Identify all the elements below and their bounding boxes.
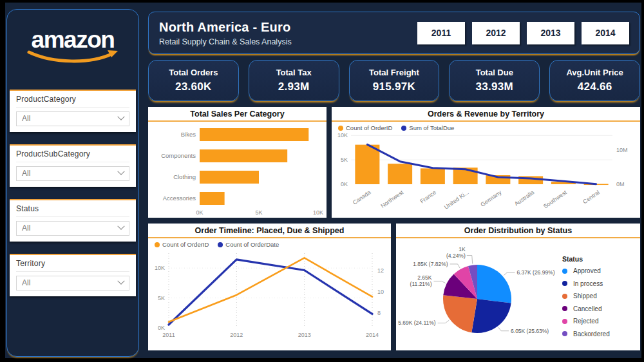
year-button-2013[interactable]: 2013 [527, 22, 574, 44]
filter-label: ProductCategory [16, 95, 129, 108]
svg-text:Components: Components [161, 152, 196, 159]
kpi-value: 2.93M [278, 81, 310, 93]
svg-text:0M: 0M [616, 181, 625, 187]
filter-product-category-dropdown[interactable]: All [16, 111, 129, 126]
sales-per-category-bar-chart[interactable]: BikesComponentsClothingAccessories0K5K10… [148, 122, 327, 217]
svg-text:0K: 0K [341, 181, 348, 187]
filter-label: Territory [16, 259, 129, 272]
svg-text:Clothing: Clothing [173, 173, 196, 180]
panel-order-distribution-by-status: Order Distribution by Status 6.37K (26.9… [396, 224, 640, 350]
filter-value: All [22, 278, 30, 287]
kpi-avg-unit-price: Avg.Unit Price 424.66 [549, 60, 640, 101]
filter-product-category: ProductCategory All [10, 90, 136, 132]
filter-value: All [22, 169, 30, 178]
chevron-down-icon [117, 278, 124, 285]
territory-legend: Count of OrderID Sum of TotalDue [332, 122, 640, 131]
amazon-logo-text: amazon [24, 28, 122, 52]
legend-label: Shipped [573, 292, 597, 300]
charts-row-2: Order Timeline: Placed, Due & Shipped Co… [148, 224, 640, 350]
filter-product-subcategory-dropdown[interactable]: All [16, 166, 129, 181]
legend-item-in-process: In process [562, 280, 634, 287]
legend-dot [562, 269, 567, 274]
legend-item-approved: Approved [562, 267, 634, 274]
chart-title: Orders & Revenue by Territory [332, 107, 640, 122]
legend-label: Backordered [573, 330, 610, 338]
legend-item: Count of OrderID [338, 124, 392, 131]
svg-text:12: 12 [377, 267, 384, 274]
legend-dot-orange [338, 126, 343, 131]
chevron-down-icon [117, 113, 124, 120]
filter-status: Status All [10, 199, 136, 242]
svg-text:Canada: Canada [352, 189, 372, 205]
filter-status-dropdown[interactable]: All [16, 221, 129, 236]
year-button-2014[interactable]: 2014 [582, 22, 629, 44]
page-subtitle: Retail Supply Chain & Sales Analysis [159, 37, 292, 46]
year-button-2012[interactable]: 2012 [472, 22, 520, 44]
order-status-pie-chart[interactable]: 6.37K (26.99%)6.05K (25.63%)5.69K (24.11… [396, 238, 562, 349]
year-button-2011[interactable]: 2011 [417, 22, 465, 44]
order-timeline-line-chart[interactable]: 0K5K10K810122011201220132014 [148, 248, 391, 348]
legend-item: Count of OrderID [155, 241, 209, 248]
svg-text:2011: 2011 [162, 332, 175, 338]
filter-territory-dropdown[interactable]: All [16, 276, 129, 291]
orders-revenue-territory-combo-chart[interactable]: 0K5K10K0M10MCanadaNorthwestFranceUnited … [332, 131, 634, 218]
status-legend: Status Approved In process Shipped [562, 238, 634, 349]
chart-title: Total Sales Per Category [148, 107, 327, 122]
kpi-row: Total Orders 23.60K Total Tax 2.93M Tota… [148, 60, 640, 101]
legend-label: Count of OrderID [162, 241, 209, 248]
kpi-value: 915.97K [373, 81, 415, 93]
kpi-label: Total Orders [169, 68, 218, 77]
panel-total-sales-per-category: Total Sales Per Category BikesComponents… [148, 107, 327, 218]
svg-text:2012: 2012 [230, 332, 243, 338]
legend-item: Sum of TotalDue [401, 124, 454, 131]
header: North America - Euro Retail Supply Chain… [148, 12, 640, 54]
svg-text:10M: 10M [616, 147, 628, 153]
legend-label: Count of OrderID [346, 124, 392, 131]
chevron-down-icon [117, 168, 124, 175]
timeline-legend: Count of OrderID Count of OrderDate [148, 238, 391, 248]
legend-item-backordered: Backordered [562, 330, 634, 338]
legend-dot [562, 294, 567, 299]
legend-dot-orange [155, 242, 160, 247]
kpi-total-tax: Total Tax 2.93M [249, 60, 339, 101]
chart-title: Order Distribution by Status [396, 224, 640, 238]
svg-text:8: 8 [377, 310, 381, 316]
kpi-value: 424.66 [578, 81, 612, 93]
amazon-logo: amazon [24, 28, 122, 64]
filter-value: All [22, 224, 30, 233]
svg-text:2.65K(11.21%): 2.65K(11.21%) [410, 274, 432, 287]
svg-text:0K: 0K [158, 325, 165, 331]
kpi-total-orders: Total Orders 23.60K [148, 60, 239, 101]
svg-text:France: France [419, 189, 437, 204]
kpi-label: Avg.Unit Price [566, 68, 623, 77]
legend-item-cancelled: Cancelled [562, 305, 634, 312]
filter-product-subcategory: ProductSubCategory All [10, 144, 136, 187]
charts-row-1: Total Sales Per Category BikesComponents… [148, 107, 640, 218]
kpi-label: Total Due [476, 68, 513, 77]
legend-label: Cancelled [573, 305, 601, 312]
filter-value: All [22, 114, 30, 123]
svg-text:Southwest: Southwest [542, 189, 569, 210]
dashboard: amazon ProductCategory All ProductSubCat… [5, 3, 641, 358]
legend-dot [562, 281, 567, 286]
legend-title: Status [562, 255, 634, 263]
sidebar: amazon ProductCategory All ProductSubCat… [6, 9, 139, 357]
svg-text:Bikes: Bikes [181, 131, 196, 138]
svg-text:6.05K (25.63%): 6.05K (25.63%) [511, 328, 549, 334]
legend-dot-blue [218, 242, 223, 247]
legend-label: In process [573, 280, 603, 287]
filter-label: ProductSubCategory [16, 149, 129, 162]
svg-text:10: 10 [377, 289, 384, 295]
svg-text:0K: 0K [196, 209, 203, 216]
filter-territory: Territory All [10, 254, 136, 296]
legend-label: Approved [573, 267, 601, 274]
legend-label: Sum of TotalDue [409, 124, 454, 131]
legend-label: Count of OrderDate [225, 241, 279, 248]
legend-item-shipped: Shipped [562, 292, 634, 300]
svg-text:1K(4.24%): 1K(4.24%) [446, 246, 466, 259]
filter-label: Status [16, 204, 129, 217]
kpi-value: 23.60K [175, 81, 212, 93]
chart-title: Order Timeline: Placed, Due & Shipped [148, 224, 391, 238]
legend-dot [562, 319, 567, 324]
svg-text:Central: Central [582, 189, 601, 205]
